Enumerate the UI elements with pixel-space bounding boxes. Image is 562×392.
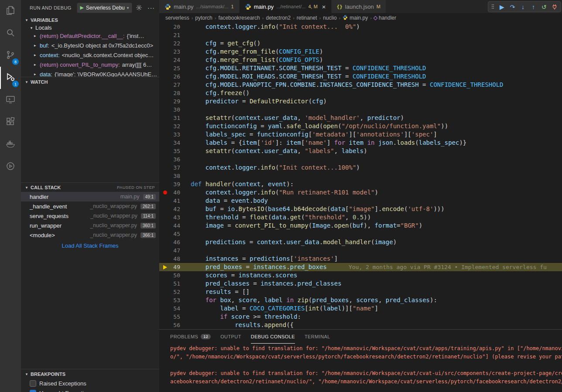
- activity-item-docker[interactable]: [0, 133, 21, 156]
- breadcrumb-separator-icon: ›: [192, 15, 193, 20]
- activity-item-extensions[interactable]: [0, 111, 21, 133]
- activity-item-explorer[interactable]: [0, 0, 21, 22]
- code-line-37[interactable]: 37 context.logger.info("Init context...1…: [159, 164, 562, 172]
- checkbox-checked[interactable]: ✓: [30, 390, 36, 392]
- stack-frame-row[interactable]: run_wrapper_nuclio_wrapper.py360:1: [21, 221, 159, 230]
- watch-section-header[interactable]: ▾ WATCH: [21, 77, 159, 86]
- more-actions-icon[interactable]: ···: [147, 4, 155, 11]
- scope-locals[interactable]: ▾ Locals: [21, 24, 159, 31]
- code-line-56[interactable]: 56 results.append({: [159, 321, 562, 329]
- code-line-49[interactable]: 49 pred_boxes = instances.pred_boxesYou,…: [159, 263, 562, 271]
- tab-main.py[interactable]: main.py.../siammask/...1: [159, 0, 240, 13]
- stack-frame-row[interactable]: handlermain.py49:1: [21, 192, 159, 201]
- code-line-52[interactable]: 52 results = []: [159, 288, 562, 296]
- code-line-32[interactable]: 32 functionconfig = yaml.safe_load(open(…: [159, 122, 562, 130]
- callstack-section-header[interactable]: ▾ CALL STACK PAUSED ON STEP: [21, 183, 159, 192]
- drag-handle-icon[interactable]: [492, 4, 494, 10]
- panel-tab-output[interactable]: OUTPUT: [220, 330, 241, 344]
- activity-item-source-control[interactable]: 8: [0, 44, 21, 67]
- line-number: 28: [171, 89, 180, 97]
- code-line-38[interactable]: 38: [159, 172, 562, 180]
- tab-main.py[interactable]: main.py.../retinanet/...4, M×: [240, 0, 332, 13]
- code-line-34[interactable]: 34 labels = {item['id']: item['name'] fo…: [159, 139, 562, 147]
- breakpoint-margin[interactable]: [159, 265, 171, 269]
- step-out-button[interactable]: ↑: [528, 2, 538, 12]
- start-debugging-icon[interactable]: ▶: [80, 5, 84, 10]
- load-all-stack-frames-link[interactable]: Load All Stack Frames: [21, 242, 159, 249]
- breadcrumb-item-pytorch[interactable]: pytorch: [195, 15, 212, 21]
- activity-item-search[interactable]: [0, 22, 21, 44]
- line-number: 48: [171, 255, 180, 263]
- gear-icon[interactable]: [136, 4, 142, 11]
- variables-section-header[interactable]: ▾ VARIABLES: [21, 15, 159, 24]
- panel-tab-debug-console[interactable]: DEBUG CONSOLE: [251, 330, 295, 344]
- code-line-53[interactable]: 53 for box, score, label in zip(pred_box…: [159, 296, 562, 304]
- code-line-30[interactable]: 30: [159, 106, 562, 114]
- code-line-47[interactable]: 47: [159, 246, 562, 255]
- breadcrumb-separator-icon: ›: [293, 15, 295, 20]
- variable-row[interactable]: ▸data:{'image': 'iVBORw0KGgoAAAANSUhE…: [21, 69, 159, 77]
- breakpoint-margin[interactable]: [159, 191, 171, 194]
- variable-row[interactable]: ▸(return) convert_PIL_to_numpy:array([[[…: [21, 60, 159, 69]
- continue-button[interactable]: ▶: [497, 2, 507, 12]
- close-icon[interactable]: ×: [322, 3, 326, 10]
- breadcrumb-item-handler[interactable]: handler: [374, 15, 396, 21]
- debug-config-dropdown[interactable]: ▶ Serverless Debu ▾: [77, 3, 133, 13]
- code-line-54[interactable]: 54 label = COCO_CATEGORIES[int(label)]["…: [159, 304, 562, 313]
- step-over-button[interactable]: ↷: [507, 2, 517, 12]
- step-into-button[interactable]: ↓: [518, 2, 528, 12]
- variable-row[interactable]: ▸(return) DefaultPredictor.__call__:{'in…: [21, 31, 159, 41]
- code-line-33[interactable]: 33 labels_spec = functionconfig['metadat…: [159, 130, 562, 139]
- stack-frame-row[interactable]: _handle_event_nuclio_wrapper.py262:1: [21, 201, 159, 211]
- code-line-44[interactable]: 44 image = convert_PIL_to_numpy(Image.op…: [159, 222, 562, 230]
- code-line-48[interactable]: 48 instances = predictions['instances']: [159, 255, 562, 263]
- code-line-39[interactable]: 39def handler(context, event):: [159, 180, 562, 188]
- variable-row[interactable]: ▸context:<nuclio_sdk.context.Context obj…: [21, 50, 159, 60]
- code-line-41[interactable]: 41 data = event.body: [159, 197, 562, 205]
- panel-tab-problems[interactable]: PROBLEMS12: [170, 330, 211, 344]
- code-line-29[interactable]: 29 predictor = DefaultPredictor(cfg): [159, 97, 562, 106]
- breadcrumb-item-facebookresearch[interactable]: facebookresearch: [218, 15, 260, 21]
- activity-item-remote-explorer[interactable]: [0, 89, 21, 111]
- code-line-20[interactable]: 20 context.logger.info("Init context... …: [159, 23, 562, 31]
- breakpoints-section-header[interactable]: ▾ BREAKPOINTS: [21, 369, 159, 378]
- breadcrumb-item-detectron2[interactable]: detectron2: [266, 15, 291, 21]
- stack-frame-row[interactable]: <module>_nuclio_wrapper.py366:1: [21, 230, 159, 240]
- code-line-27[interactable]: 27 cfg.MODEL.PANOPTIC_FPN.COMBINE.INSTAN…: [159, 81, 562, 89]
- editor[interactable]: 20 context.logger.info("Init context... …: [159, 23, 562, 329]
- code-line-26[interactable]: 26 cfg.MODEL.ROI_HEADS.SCORE_THRESH_TEST…: [159, 72, 562, 81]
- stack-frame-row[interactable]: serve_requests_nuclio_wrapper.py114:1: [21, 211, 159, 221]
- breadcrumb-item-retinanet[interactable]: retinanet: [297, 15, 317, 21]
- tab-launch.json[interactable]: {}launch.jsonM: [332, 0, 386, 13]
- code-line-40[interactable]: 40 context.logger.info("Run retinanet-R1…: [159, 188, 562, 197]
- code-line-51[interactable]: 51 pred_classes = instances.pred_classes: [159, 280, 562, 288]
- activity-item-run-and-debug[interactable]: 1: [0, 67, 21, 89]
- breadcrumb-item-nuclio[interactable]: nuclio: [323, 15, 336, 21]
- code-line-42[interactable]: 42 buf = io.BytesIO(base64.b64decode(dat…: [159, 205, 562, 213]
- disconnect-button[interactable]: [549, 2, 559, 12]
- code-line-25[interactable]: 25 cfg.MODEL.RETINANET.SCORE_THRESH_TEST…: [159, 64, 562, 72]
- code-line-45[interactable]: 45: [159, 230, 562, 238]
- panel-tab-terminal[interactable]: TERMINAL: [305, 330, 330, 344]
- code-line-28[interactable]: 28 cfg.freeze(): [159, 89, 562, 97]
- code-text: cfg.MODEL.PANOPTIC_FPN.COMBINE.INSTANCES…: [180, 81, 562, 89]
- breadcrumb-item-main.py[interactable]: main.py: [343, 15, 368, 21]
- breakpoint-row[interactable]: Raised Exceptions: [21, 378, 159, 388]
- code-line-55[interactable]: 55 if score >= threshold:: [159, 313, 562, 321]
- code-line-50[interactable]: 50 scores = instances.scores: [159, 271, 562, 280]
- code-line-43[interactable]: 43 threshold = float(data.get("threshold…: [159, 213, 562, 222]
- code-line-36[interactable]: 36: [159, 155, 562, 164]
- code-line-24[interactable]: 24 cfg.merge_from_list(CONFIG_OPTS): [159, 56, 562, 64]
- code-line-31[interactable]: 31 setattr(context.user_data, 'model_han…: [159, 114, 562, 122]
- code-line-46[interactable]: 46 predictions = context.user_data.model…: [159, 238, 562, 246]
- checkbox-unchecked[interactable]: [30, 380, 36, 387]
- code-line-22[interactable]: 22 cfg = get_cfg(): [159, 39, 562, 48]
- activity-item-run-circle[interactable]: [0, 156, 21, 178]
- variable-row[interactable]: ▸buf:<_io.BytesIO object at 0x7f5a2dc1ec…: [21, 41, 159, 50]
- breadcrumb-item-serverless[interactable]: serverless: [165, 15, 189, 21]
- code-line-21[interactable]: 21: [159, 31, 562, 39]
- restart-button[interactable]: ↺: [539, 2, 549, 12]
- code-line-23[interactable]: 23 cfg.merge_from_file(CONFIG_FILE): [159, 48, 562, 56]
- code-line-35[interactable]: 35 setattr(context.user_data, "labels", …: [159, 147, 562, 155]
- breakpoint-row[interactable]: ✓Uncaught Exceptions: [21, 388, 159, 392]
